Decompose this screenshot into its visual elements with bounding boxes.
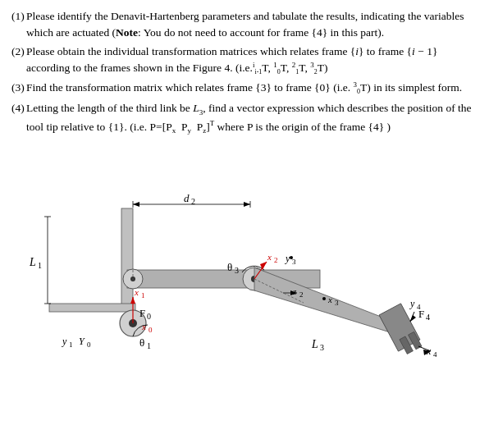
svg-rect-1	[49, 304, 135, 312]
question-item-3: (3) Find the transformation matrix which…	[11, 80, 478, 97]
question-list: (1) Please identify the Denavit-Hartenbe…	[11, 8, 478, 136]
L3-label: L	[311, 338, 318, 350]
content-area: (1) Please identify the Denavit-Hartenbe…	[0, 0, 489, 136]
svg-rect-0	[121, 208, 133, 307]
svg-marker-10	[244, 202, 250, 207]
svg-point-41	[322, 297, 326, 300]
q2-num: (2)	[11, 43, 26, 76]
svg-marker-9	[133, 202, 139, 207]
question-item-1: (1) Please identify the Denavit-Hartenbe…	[11, 8, 478, 40]
svg-text:4: 4	[426, 313, 430, 322]
q3-num: (3)	[11, 80, 26, 97]
svg-text:1: 1	[38, 261, 42, 270]
diagram-area: L 1 d 2 θ 1	[0, 143, 489, 381]
q3-text: Find the transformation matrix which rel…	[26, 80, 478, 97]
svg-point-36	[290, 256, 293, 259]
svg-text:4: 4	[417, 303, 421, 311]
svg-text:2: 2	[299, 290, 304, 299]
y4-label: y	[409, 298, 415, 309]
theta1-label: θ	[139, 336, 144, 349]
F0-label: F	[139, 307, 145, 319]
y1-label: y	[62, 336, 67, 347]
svg-text:2: 2	[274, 256, 278, 264]
L1-label: L	[29, 256, 36, 268]
svg-text:4: 4	[433, 350, 437, 359]
diagram-svg: L 1 d 2 θ 1	[0, 143, 489, 381]
q1-bold: Note	[116, 26, 138, 39]
q1-text: Please identify the Denavit-Hartenberg p…	[26, 8, 478, 40]
q4-text: Letting the length of the third link be …	[26, 100, 478, 136]
x1-label: x	[134, 287, 139, 297]
svg-text:3: 3	[335, 299, 339, 307]
svg-marker-46	[410, 315, 416, 322]
svg-text:1: 1	[141, 291, 145, 299]
question-item-4: (4) Letting the length of the third link…	[11, 100, 478, 136]
svg-text:3: 3	[235, 266, 239, 275]
x2-label: x	[267, 252, 272, 262]
x0-label: x	[141, 322, 146, 331]
q2-text: Please obtain the individual transformat…	[26, 43, 478, 76]
svg-text:2: 2	[191, 197, 195, 206]
q4-num: (4)	[11, 100, 26, 136]
svg-text:1: 1	[147, 341, 151, 350]
svg-text:0: 0	[87, 341, 91, 349]
svg-text:3: 3	[292, 258, 296, 266]
svg-text:1: 1	[69, 341, 73, 349]
z2-label: z	[292, 286, 297, 296]
svg-text:0: 0	[147, 312, 151, 321]
theta3-label: θ	[227, 261, 232, 273]
q1-num: (1)	[11, 8, 26, 40]
x3-label: x	[327, 295, 332, 304]
svg-text:3: 3	[320, 343, 324, 352]
question-item-2: (2) Please obtain the individual transfo…	[11, 43, 478, 76]
d2-label: d	[184, 192, 190, 204]
svg-text:0: 0	[149, 326, 153, 334]
y3-label: y	[285, 253, 290, 264]
y0-label: Y	[79, 336, 85, 347]
